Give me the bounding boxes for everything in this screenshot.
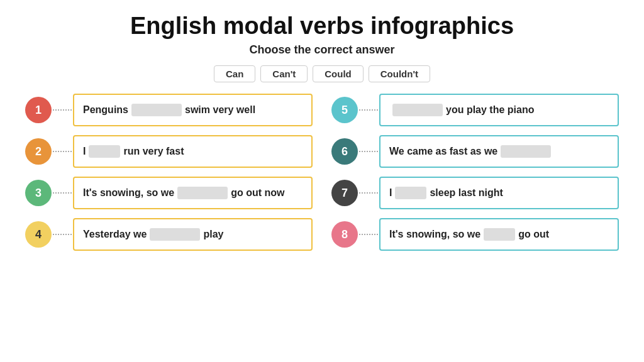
question-text-after-8: go out bbox=[518, 229, 549, 240]
question-box-3[interactable]: It's snowing, so we go out now bbox=[73, 177, 313, 209]
question-text-after-2: run very fast bbox=[123, 146, 184, 157]
question-text-after-3: go out now bbox=[231, 187, 284, 199]
question-box-8[interactable]: It's snowing, so we go out bbox=[379, 218, 619, 251]
blank-4[interactable] bbox=[150, 228, 200, 241]
circle-2: 2 bbox=[25, 138, 52, 165]
question-text-after-4: play bbox=[203, 229, 223, 240]
blank-3[interactable] bbox=[177, 187, 228, 199]
blank-8[interactable] bbox=[484, 228, 515, 241]
question-text-before-8: It's snowing, so we bbox=[389, 229, 480, 240]
question-text-before-4: Yesterday we bbox=[83, 229, 147, 240]
question-row-3: 3It's snowing, so we go out now bbox=[25, 177, 313, 209]
question-text-after-7: sleep last night bbox=[430, 187, 502, 199]
blank-7[interactable] bbox=[395, 187, 426, 199]
blank-5[interactable] bbox=[392, 104, 443, 116]
question-row-5: 5 you play the piano bbox=[331, 94, 619, 126]
question-row-4: 4Yesterday we play bbox=[25, 218, 313, 251]
question-box-5[interactable]: you play the piano bbox=[379, 94, 619, 126]
question-row-2: 2I run very fast bbox=[25, 135, 313, 168]
circle-8: 8 bbox=[331, 221, 358, 248]
subtitle: Choose the correct answer bbox=[249, 43, 394, 57]
question-box-4[interactable]: Yesterday we play bbox=[73, 218, 313, 251]
dotted-line-5 bbox=[359, 109, 378, 111]
question-row-1: 1Penguins swim very well bbox=[25, 94, 313, 126]
question-box-7[interactable]: I sleep last night bbox=[379, 177, 619, 209]
option-can[interactable]: Can bbox=[214, 65, 255, 82]
dotted-line-3 bbox=[53, 192, 72, 194]
dotted-line-6 bbox=[359, 151, 378, 152]
question-text-before-2: I bbox=[83, 146, 86, 157]
blank-2[interactable] bbox=[89, 145, 120, 158]
page-title: English modal verbs infographics bbox=[130, 13, 514, 40]
dotted-line-4 bbox=[53, 234, 72, 235]
question-text-after-1: swim very well bbox=[185, 104, 255, 116]
question-box-2[interactable]: I run very fast bbox=[73, 135, 313, 168]
question-text-before-7: I bbox=[389, 187, 392, 199]
question-text-before-3: It's snowing, so we bbox=[83, 187, 174, 199]
dotted-line-2 bbox=[53, 151, 72, 152]
question-text-before-6: We came as fast as we bbox=[389, 146, 497, 157]
circle-3: 3 bbox=[25, 180, 52, 206]
blank-6[interactable] bbox=[501, 145, 551, 158]
question-row-7: 7I sleep last night bbox=[331, 177, 619, 209]
option-could[interactable]: Could bbox=[313, 65, 364, 82]
question-text-before-1: Penguins bbox=[83, 104, 128, 116]
circle-5: 5 bbox=[331, 97, 358, 123]
option-couldnt[interactable]: Couldn't bbox=[369, 65, 430, 82]
dotted-line-7 bbox=[359, 192, 378, 194]
question-row-8: 8It's snowing, so we go out bbox=[331, 218, 619, 251]
circle-1: 1 bbox=[25, 97, 52, 123]
question-box-1[interactable]: Penguins swim very well bbox=[73, 94, 313, 126]
circle-6: 6 bbox=[331, 138, 358, 165]
question-box-6[interactable]: We came as fast as we bbox=[379, 135, 619, 168]
dotted-line-1 bbox=[53, 109, 72, 111]
circle-7: 7 bbox=[331, 180, 358, 206]
option-cant[interactable]: Can't bbox=[260, 65, 308, 82]
options-row: Can Can't Could Couldn't bbox=[214, 65, 430, 82]
dotted-line-8 bbox=[359, 234, 378, 235]
questions-grid: 1Penguins swim very well5 you play the p… bbox=[25, 94, 619, 251]
question-text-after-5: you play the piano bbox=[446, 104, 534, 116]
question-row-6: 6We came as fast as we bbox=[331, 135, 619, 168]
circle-4: 4 bbox=[25, 221, 52, 248]
blank-1[interactable] bbox=[131, 104, 182, 116]
